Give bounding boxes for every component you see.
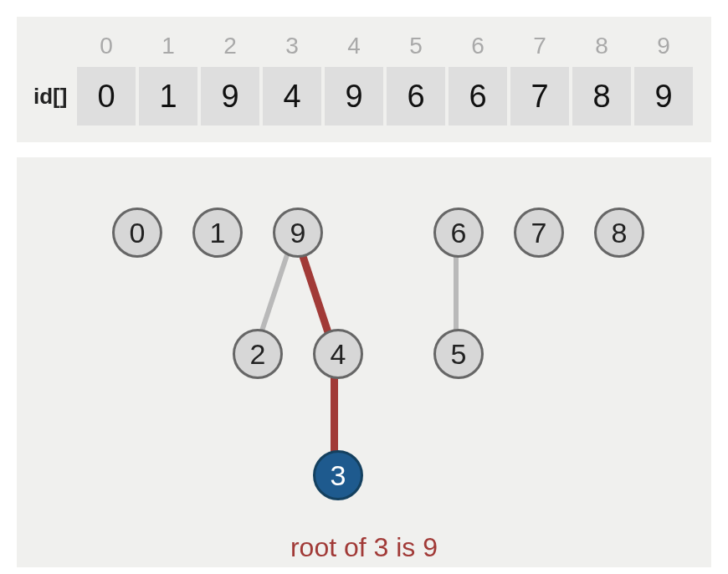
value-cell: 9 xyxy=(325,67,383,126)
index-cell: 2 xyxy=(199,25,261,67)
tree-node: 8 xyxy=(594,208,644,258)
index-cell: 9 xyxy=(633,25,695,67)
value-cell: 1 xyxy=(139,67,197,126)
tree-node: 7 xyxy=(514,208,564,258)
array-label: id[] xyxy=(33,84,75,110)
tree-node: 6 xyxy=(433,208,484,258)
index-cell: 8 xyxy=(571,25,633,67)
index-cell: 5 xyxy=(385,25,447,67)
value-cell: 9 xyxy=(201,67,259,126)
value-cell: 8 xyxy=(572,67,631,126)
tree-node-highlight: 3 xyxy=(313,450,363,500)
index-cell: 7 xyxy=(509,25,571,67)
array-panel: 0123456789 id[] 0194966789 xyxy=(17,17,711,142)
value-cell: 9 xyxy=(634,67,693,126)
value-cell: 4 xyxy=(263,67,321,126)
diagram-caption: root of 3 is 9 xyxy=(17,532,711,563)
value-cell: 6 xyxy=(449,67,507,126)
index-cell: 1 xyxy=(137,25,199,67)
tree-node: 0 xyxy=(112,208,162,258)
tree-node: 1 xyxy=(192,208,243,258)
array-index-row: 0123456789 xyxy=(33,25,695,67)
tree-node: 4 xyxy=(313,329,363,379)
tree-diagram: root of 3 is 9 0196782453 xyxy=(17,157,711,567)
index-cell: 3 xyxy=(261,25,323,67)
value-cell: 0 xyxy=(77,67,136,126)
index-cell: 6 xyxy=(447,25,509,67)
index-cell: 0 xyxy=(75,25,137,67)
tree-node: 9 xyxy=(273,208,323,258)
tree-node: 2 xyxy=(233,329,283,379)
value-cell: 7 xyxy=(510,67,569,126)
array-value-row: id[] 0194966789 xyxy=(33,67,695,126)
value-cells: 0194966789 xyxy=(75,67,695,126)
tree-node: 5 xyxy=(433,329,484,379)
value-cell: 6 xyxy=(387,67,445,126)
index-cells: 0123456789 xyxy=(75,25,695,67)
index-cell: 4 xyxy=(323,25,385,67)
